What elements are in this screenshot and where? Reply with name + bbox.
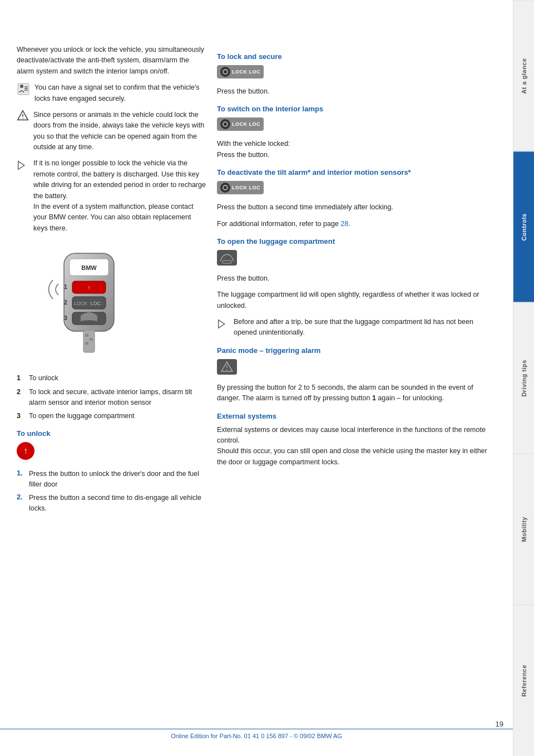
intro-text: Whenever you unlock or lock the vehicle,… [17, 45, 206, 77]
external-systems-body: External systems or devices may cause lo… [217, 425, 496, 468]
lock-secure-body: Press the button. [217, 86, 496, 97]
unlock-button-visual: ↑ [17, 442, 34, 460]
lock-circle-inner-3 [222, 185, 228, 190]
svg-marker-27 [219, 320, 225, 328]
lock-circle-1 [220, 67, 230, 77]
warning-block: Since persons or animals in the vehicle … [17, 110, 206, 153]
tilt-alarm-body-1: Press the button a second time immediate… [217, 202, 496, 213]
svg-text:↑: ↑ [88, 284, 91, 291]
tab-mobility[interactable]: Mobility [513, 454, 534, 605]
lock-circle-2 [220, 119, 230, 129]
page-footer: Online Edition for Part-No. 01 41 0 156 … [0, 729, 513, 739]
luggage-press: Press the button. [217, 273, 496, 284]
svg-text:1: 1 [64, 284, 67, 290]
panic-icon [217, 359, 237, 375]
unlock-step-2: 2. Press the button a second time to dis… [17, 493, 206, 514]
lock-circle-3 [220, 183, 230, 193]
svg-point-31 [226, 369, 228, 370]
svg-rect-24 [85, 342, 88, 345]
list-num-1: 1 [17, 373, 24, 384]
svg-text:3: 3 [64, 315, 67, 321]
tab-at-a-glance[interactable]: At a glance [513, 0, 534, 151]
lock-label-6: LOC [249, 185, 261, 190]
lock-circle-inner-1 [222, 69, 228, 75]
lock-secure-button: LOCK LOC [217, 65, 496, 83]
list-item-3: 3 To open the luggage compartment [17, 411, 206, 421]
unlock-arrow-icon: ↑ [23, 446, 28, 456]
note-icon-confirm [17, 82, 30, 96]
lock-label-5: LOCK [232, 185, 248, 190]
tab-driving-tips[interactable]: Driving tips [513, 302, 534, 454]
svg-marker-8 [18, 161, 24, 170]
numbered-list: 1 To unlock 2 To lock and secure, activa… [17, 373, 206, 421]
lock-button-visual-1: LOCK LOC [217, 65, 264, 78]
tab-reference[interactable]: Reference [513, 605, 534, 756]
lock-label-1: LOCK [232, 69, 248, 75]
list-item-1: 1 To unlock [17, 373, 206, 384]
luggage-button-area [217, 250, 496, 270]
luggage-note: Before and after a trip, be sure that th… [217, 317, 496, 338]
page-container: Whenever you unlock or lock the vehicle,… [0, 0, 534, 756]
lock-label-4: LOC [249, 121, 261, 127]
svg-rect-0 [18, 84, 29, 95]
note-signal-text: You can have a signal set to confirm tha… [34, 82, 206, 104]
svg-rect-23 [90, 338, 93, 341]
unlock-button-area: ↑ [17, 442, 206, 464]
svg-point-7 [22, 118, 23, 119]
lock-label-2: LOC [249, 69, 261, 75]
luggage-note-arrow-icon [217, 318, 229, 330]
unlock-step-2-text: Press the button a second time to dis-en… [29, 493, 206, 514]
footer-text: Online Edition for Part-No. 01 41 0 156 … [171, 733, 342, 739]
page-number: 19 [496, 720, 503, 728]
note-battery-text: If it is no longer possible to lock the … [33, 158, 206, 234]
list-num-2: 2 [17, 387, 24, 408]
tilt-alarm-heading: To deactivate the tilt alarm* and interi… [217, 168, 496, 176]
interior-lamps-button: LOCK LOC [217, 117, 496, 135]
interior-lamps-body: With the vehicle locked: Press the butto… [217, 139, 496, 160]
unlock-step-1-num: 1. [17, 469, 26, 490]
svg-rect-21 [83, 330, 95, 352]
svg-point-1 [20, 85, 23, 88]
lock-circle-inner-2 [222, 121, 228, 127]
panic-mode-body: By pressing the button for 2 to 5 second… [217, 382, 496, 404]
svg-rect-25 [217, 251, 236, 265]
warning-text: Since persons or animals in the vehicle … [33, 110, 206, 153]
luggage-heading: To open the luggage compartment [217, 237, 496, 246]
luggage-icon [217, 250, 237, 266]
svg-text:BMW: BMW [81, 264, 97, 271]
sidebar-right: At a glance Controls Driving tips Mobili… [513, 0, 534, 756]
luggage-note-text: Before and after a trip, be sure that th… [234, 317, 496, 338]
panic-button-visual [217, 359, 237, 375]
list-item-2: 2 To lock and secure, activate interior … [17, 387, 206, 408]
tab-controls[interactable]: Controls [513, 151, 534, 303]
panic-mode-heading: Panic mode – triggering alarm [217, 346, 496, 355]
luggage-extra: The luggage compartment lid will open sl… [217, 289, 496, 311]
list-num-3: 3 [17, 411, 24, 421]
to-unlock-heading: To unlock [17, 429, 206, 438]
page-link-28[interactable]: 28 [340, 220, 348, 228]
tilt-alarm-body-2: For additional information, refer to pag… [217, 219, 496, 229]
lock-button-visual-3: LOCK LOC [217, 181, 264, 194]
main-content: Whenever you unlock or lock the vehicle,… [0, 0, 513, 756]
panic-button-ref: 1 [372, 394, 376, 402]
panic-button-area [217, 359, 496, 379]
unlock-step-1: 1. Press the button to unlock the driver… [17, 469, 206, 490]
warning-icon [17, 110, 29, 122]
interior-lamps-heading: To switch on the interior lamps [217, 105, 496, 113]
note-battery-block: If it is no longer possible to lock the … [17, 158, 206, 234]
svg-text:LOCK: LOCK [74, 301, 88, 306]
svg-rect-22 [85, 334, 88, 337]
unlock-step-1-text: Press the button to unlock the driver's … [29, 469, 206, 490]
unlock-step-2-num: 2. [17, 493, 26, 514]
note-signal-confirm: You can have a signal set to confirm tha… [17, 82, 206, 104]
lock-label-3: LOCK [232, 121, 248, 127]
external-systems-heading: External systems [217, 412, 496, 420]
right-column: To lock and secure LOCK LOC Press the bu… [217, 45, 496, 723]
lock-button-visual-2: LOCK LOC [217, 117, 264, 131]
tilt-alarm-button: LOCK LOC [217, 181, 496, 199]
luggage-button-visual [217, 250, 237, 266]
car-key-svg: BMW ↑ 1 LOCK LOC 2 3 [33, 242, 145, 365]
left-column: Whenever you unlock or lock the vehicle,… [17, 45, 206, 723]
arrow-icon [17, 159, 29, 171]
svg-text:2: 2 [64, 300, 67, 306]
